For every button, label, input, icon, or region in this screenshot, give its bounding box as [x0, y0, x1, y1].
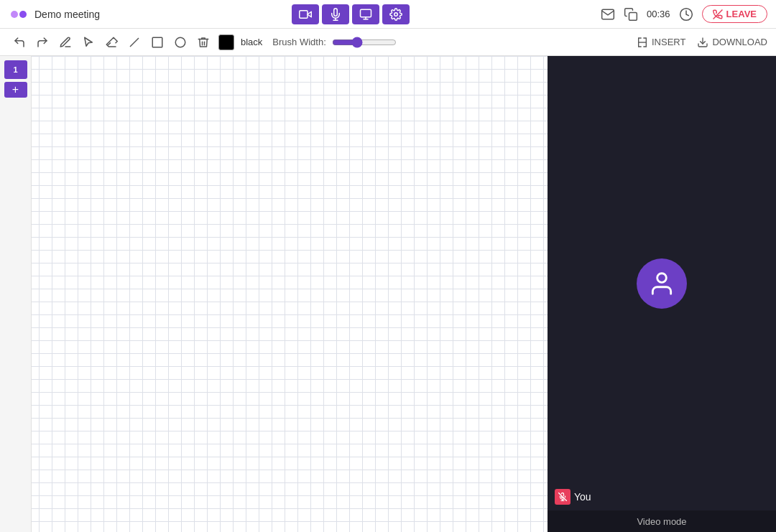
participant-video: You [548, 56, 776, 510]
color-picker-area[interactable]: black [218, 34, 262, 50]
meeting-title: Demo meeting [34, 9, 100, 20]
color-name: black [241, 37, 262, 47]
mail-icon[interactable] [601, 7, 615, 22]
header-right: 00:36 LEAVE [601, 5, 767, 23]
svg-marker-2 [308, 11, 311, 17]
brush-width-section: Brush Width: [272, 37, 396, 48]
slide-panel: 1 + [0, 56, 32, 532]
svg-rect-3 [299, 10, 307, 18]
download-button[interactable]: DOWNLOAD [697, 37, 767, 48]
participant-label: You [555, 489, 591, 505]
header: Demo meeting [0, 0, 776, 29]
app-logo [9, 4, 29, 24]
add-slide-button[interactable]: + [4, 82, 27, 98]
insert-button[interactable]: INSERT [637, 37, 685, 48]
toolbar-right: INSERT DOWNLOAD [637, 37, 767, 48]
svg-point-0 [11, 11, 18, 18]
video-mode-bar: Video mode [548, 510, 776, 532]
eraser-tool-button[interactable] [101, 32, 122, 53]
color-swatch[interactable] [218, 34, 234, 50]
main-content: 1 + [0, 56, 776, 532]
mic-muted-indicator [555, 489, 571, 505]
download-icon [697, 37, 708, 48]
header-left: Demo meeting [9, 4, 100, 24]
video-panel: You Video mode [548, 56, 776, 532]
meeting-controls [292, 4, 410, 24]
canvas-area[interactable]: 1 + [0, 56, 548, 532]
pen-tool-button[interactable] [55, 32, 76, 53]
undo-button[interactable] [9, 32, 30, 53]
phone-off-icon [713, 9, 723, 19]
participant-avatar [637, 258, 687, 309]
svg-rect-14 [152, 37, 162, 47]
brush-width-label: Brush Width: [272, 37, 325, 47]
rect-tool-button[interactable] [147, 32, 168, 53]
download-label: DOWNLOAD [712, 37, 767, 47]
circle-tool-button[interactable] [170, 32, 191, 53]
sigma-icon [637, 37, 648, 48]
line-tool-button[interactable] [124, 32, 145, 53]
person-icon [648, 270, 675, 297]
drawing-toolbar: black Brush Width: INSERT DOWNLOAD [0, 29, 776, 56]
meeting-timer: 00:36 [647, 9, 670, 19]
participant-name: You [574, 491, 591, 503]
clock-icon [679, 7, 693, 22]
svg-rect-10 [629, 12, 637, 20]
mic-toggle-button[interactable] [322, 4, 349, 24]
leave-label: LEAVE [726, 9, 757, 19]
slide-1-thumb[interactable]: 1 [4, 60, 27, 79]
svg-point-9 [394, 12, 397, 16]
canvas-grid [0, 56, 548, 532]
select-tool-button[interactable] [78, 32, 99, 53]
leave-button[interactable]: LEAVE [702, 5, 767, 23]
settings-button[interactable] [382, 4, 410, 24]
copy-icon[interactable] [624, 7, 638, 22]
svg-point-18 [657, 273, 667, 282]
insert-label: INSERT [652, 37, 685, 47]
video-toggle-button[interactable] [292, 4, 319, 24]
video-mode-label: Video mode [637, 516, 686, 527]
delete-tool-button[interactable] [193, 32, 214, 53]
mic-off-icon [558, 493, 567, 501]
svg-rect-6 [360, 9, 371, 17]
svg-point-15 [175, 37, 185, 47]
svg-line-13 [130, 38, 139, 47]
brush-width-slider[interactable] [332, 37, 397, 48]
redo-button[interactable] [32, 32, 53, 53]
screen-share-button[interactable] [352, 4, 379, 24]
svg-point-1 [19, 11, 27, 18]
